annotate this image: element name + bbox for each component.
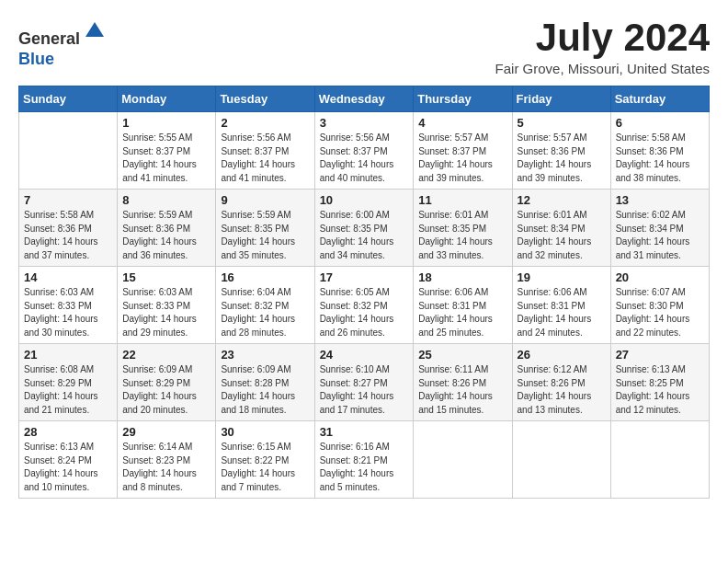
day-number: 9	[221, 193, 309, 207]
calendar-cell: 28 Sunrise: 6:13 AMSunset: 8:24 PMDaylig…	[19, 421, 118, 499]
day-number: 24	[320, 348, 409, 362]
calendar-cell: 3 Sunrise: 5:56 AMSunset: 8:37 PMDayligh…	[314, 112, 414, 190]
calendar-cell	[610, 421, 709, 499]
logo: General Blue	[18, 18, 108, 69]
day-number: 2	[221, 116, 309, 130]
day-info: Sunrise: 6:09 AMSunset: 8:28 PMDaylight:…	[221, 363, 309, 417]
day-info: Sunrise: 6:00 AMSunset: 8:35 PMDaylight:…	[320, 209, 409, 262]
day-info: Sunrise: 5:57 AMSunset: 8:36 PMDaylight:…	[518, 132, 606, 185]
calendar-cell: 19 Sunrise: 6:06 AMSunset: 8:31 PMDaylig…	[512, 267, 610, 344]
day-number: 1	[122, 116, 210, 130]
day-number: 16	[221, 270, 309, 284]
day-number: 30	[221, 425, 309, 439]
calendar-cell: 16 Sunrise: 6:04 AMSunset: 8:32 PMDaylig…	[216, 267, 314, 344]
day-info: Sunrise: 6:09 AMSunset: 8:29 PMDaylight:…	[122, 363, 210, 417]
day-info: Sunrise: 6:08 AMSunset: 8:29 PMDaylight:…	[24, 363, 112, 417]
day-number: 20	[616, 270, 704, 284]
calendar-cell: 12 Sunrise: 6:01 AMSunset: 8:34 PMDaylig…	[512, 190, 610, 267]
calendar-cell: 27 Sunrise: 6:13 AMSunset: 8:25 PMDaylig…	[610, 344, 709, 421]
day-number: 26	[518, 348, 606, 362]
day-info: Sunrise: 5:56 AMSunset: 8:37 PMDaylight:…	[320, 132, 409, 185]
day-info: Sunrise: 6:15 AMSunset: 8:22 PMDaylight:…	[221, 441, 309, 494]
day-info: Sunrise: 6:12 AMSunset: 8:26 PMDaylight:…	[518, 363, 606, 417]
day-info: Sunrise: 6:02 AMSunset: 8:34 PMDaylight:…	[616, 209, 704, 262]
calendar-cell: 4 Sunrise: 5:57 AMSunset: 8:37 PMDayligh…	[414, 112, 512, 190]
weekday-header-tuesday: Tuesday	[216, 86, 314, 112]
calendar-cell	[512, 421, 610, 499]
day-info: Sunrise: 5:59 AMSunset: 8:36 PMDaylight:…	[122, 209, 210, 262]
calendar-cell	[19, 112, 118, 190]
calendar-week-3: 14 Sunrise: 6:03 AMSunset: 8:33 PMDaylig…	[19, 267, 710, 344]
calendar-cell: 6 Sunrise: 5:58 AMSunset: 8:36 PMDayligh…	[610, 112, 709, 190]
day-info: Sunrise: 6:03 AMSunset: 8:33 PMDaylight:…	[122, 286, 210, 339]
day-number: 12	[518, 193, 606, 207]
calendar-cell: 15 Sunrise: 6:03 AMSunset: 8:33 PMDaylig…	[118, 267, 216, 344]
calendar-cell: 14 Sunrise: 6:03 AMSunset: 8:33 PMDaylig…	[19, 267, 118, 344]
day-info: Sunrise: 6:13 AMSunset: 8:25 PMDaylight:…	[616, 363, 704, 417]
day-number: 8	[122, 193, 210, 207]
day-number: 21	[24, 348, 112, 362]
day-info: Sunrise: 6:06 AMSunset: 8:31 PMDaylight:…	[518, 286, 606, 339]
calendar-cell: 2 Sunrise: 5:56 AMSunset: 8:37 PMDayligh…	[216, 112, 314, 190]
day-info: Sunrise: 6:05 AMSunset: 8:32 PMDaylight:…	[320, 286, 409, 339]
calendar-cell: 24 Sunrise: 6:10 AMSunset: 8:27 PMDaylig…	[314, 344, 414, 421]
weekday-header-sunday: Sunday	[19, 86, 118, 112]
day-number: 17	[320, 270, 409, 284]
day-info: Sunrise: 5:59 AMSunset: 8:35 PMDaylight:…	[221, 209, 309, 262]
calendar-week-1: 1 Sunrise: 5:55 AMSunset: 8:37 PMDayligh…	[19, 112, 710, 190]
calendar-cell: 30 Sunrise: 6:15 AMSunset: 8:22 PMDaylig…	[216, 421, 314, 499]
weekday-header-row: SundayMondayTuesdayWednesdayThursdayFrid…	[19, 86, 710, 112]
page-header: General Blue July 2024 Fair Grove, Misso…	[18, 18, 710, 76]
day-number: 13	[616, 193, 704, 207]
calendar-cell: 13 Sunrise: 6:02 AMSunset: 8:34 PMDaylig…	[610, 190, 709, 267]
day-number: 10	[320, 193, 409, 207]
title-block: July 2024 Fair Grove, Missouri, United S…	[495, 18, 710, 76]
logo-blue: Blue	[18, 50, 54, 68]
weekday-header-thursday: Thursday	[414, 86, 512, 112]
calendar-cell: 9 Sunrise: 5:59 AMSunset: 8:35 PMDayligh…	[216, 190, 314, 267]
day-info: Sunrise: 5:57 AMSunset: 8:37 PMDaylight:…	[418, 132, 506, 185]
calendar-cell: 22 Sunrise: 6:09 AMSunset: 8:29 PMDaylig…	[118, 344, 216, 421]
day-info: Sunrise: 6:10 AMSunset: 8:27 PMDaylight:…	[320, 363, 409, 417]
calendar-cell: 7 Sunrise: 5:58 AMSunset: 8:36 PMDayligh…	[19, 190, 118, 267]
calendar-cell: 31 Sunrise: 6:16 AMSunset: 8:21 PMDaylig…	[314, 421, 414, 499]
calendar-cell: 10 Sunrise: 6:00 AMSunset: 8:35 PMDaylig…	[314, 190, 414, 267]
svg-marker-0	[85, 22, 104, 37]
day-info: Sunrise: 6:16 AMSunset: 8:21 PMDaylight:…	[320, 441, 409, 494]
calendar-cell: 17 Sunrise: 6:05 AMSunset: 8:32 PMDaylig…	[314, 267, 414, 344]
calendar-cell: 23 Sunrise: 6:09 AMSunset: 8:28 PMDaylig…	[216, 344, 314, 421]
calendar-cell: 20 Sunrise: 6:07 AMSunset: 8:30 PMDaylig…	[610, 267, 709, 344]
weekday-header-friday: Friday	[512, 86, 610, 112]
day-info: Sunrise: 6:01 AMSunset: 8:34 PMDaylight:…	[518, 209, 606, 262]
day-number: 18	[418, 270, 506, 284]
day-info: Sunrise: 6:04 AMSunset: 8:32 PMDaylight:…	[221, 286, 309, 339]
day-number: 29	[122, 425, 210, 439]
calendar-cell: 26 Sunrise: 6:12 AMSunset: 8:26 PMDaylig…	[512, 344, 610, 421]
day-number: 23	[221, 348, 309, 362]
day-info: Sunrise: 6:11 AMSunset: 8:26 PMDaylight:…	[418, 363, 506, 417]
day-number: 14	[24, 270, 112, 284]
day-number: 25	[418, 348, 506, 362]
location: Fair Grove, Missouri, United States	[495, 61, 710, 76]
day-info: Sunrise: 5:55 AMSunset: 8:37 PMDaylight:…	[122, 132, 210, 185]
day-number: 27	[616, 348, 704, 362]
day-info: Sunrise: 6:13 AMSunset: 8:24 PMDaylight:…	[24, 441, 112, 494]
day-number: 11	[418, 193, 506, 207]
day-info: Sunrise: 6:07 AMSunset: 8:30 PMDaylight:…	[616, 286, 704, 339]
day-number: 22	[122, 348, 210, 362]
day-info: Sunrise: 5:56 AMSunset: 8:37 PMDaylight:…	[221, 132, 309, 185]
calendar-cell: 1 Sunrise: 5:55 AMSunset: 8:37 PMDayligh…	[118, 112, 216, 190]
day-info: Sunrise: 6:06 AMSunset: 8:31 PMDaylight:…	[418, 286, 506, 339]
day-number: 7	[24, 193, 112, 207]
day-info: Sunrise: 5:58 AMSunset: 8:36 PMDaylight:…	[24, 209, 112, 262]
day-number: 5	[518, 116, 606, 130]
calendar-cell: 8 Sunrise: 5:59 AMSunset: 8:36 PMDayligh…	[118, 190, 216, 267]
calendar-week-2: 7 Sunrise: 5:58 AMSunset: 8:36 PMDayligh…	[19, 190, 710, 267]
day-info: Sunrise: 6:01 AMSunset: 8:35 PMDaylight:…	[418, 209, 506, 262]
calendar-cell: 29 Sunrise: 6:14 AMSunset: 8:23 PMDaylig…	[118, 421, 216, 499]
day-info: Sunrise: 6:14 AMSunset: 8:23 PMDaylight:…	[122, 441, 210, 494]
logo-general: General	[18, 29, 80, 48]
calendar-cell: 5 Sunrise: 5:57 AMSunset: 8:36 PMDayligh…	[512, 112, 610, 190]
weekday-header-saturday: Saturday	[610, 86, 709, 112]
calendar-cell: 18 Sunrise: 6:06 AMSunset: 8:31 PMDaylig…	[414, 267, 512, 344]
